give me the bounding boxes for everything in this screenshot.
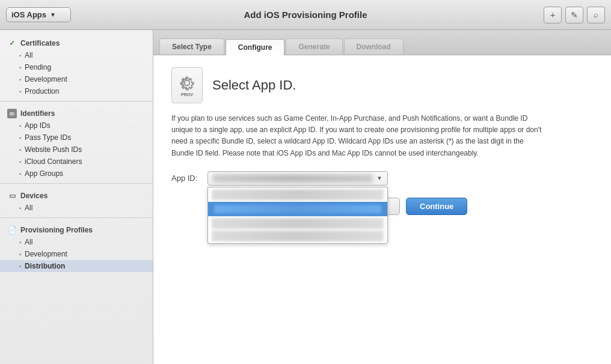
- dropdown-selected-value-blurred: [214, 205, 381, 213]
- app-id-dropdown-container: ▼: [207, 171, 388, 186]
- sidebar-item-certificates-all[interactable]: All: [0, 49, 153, 61]
- main-layout: ✓ Certificates All Pending Development P…: [0, 30, 611, 364]
- dropdown-option-selected[interactable]: [208, 202, 387, 216]
- gear-icon: [179, 74, 195, 91]
- sidebar: ✓ Certificates All Pending Development P…: [0, 30, 153, 364]
- separator-1: [0, 101, 153, 102]
- device-icon: ▭: [7, 191, 17, 201]
- app-id-row: App ID: ▼: [171, 171, 593, 186]
- separator-3: [0, 217, 153, 218]
- app-id-label: App ID:: [171, 171, 201, 183]
- description-text: If you plan to use services such as Game…: [171, 113, 544, 159]
- sidebar-item-provisioning-distribution[interactable]: Distribution: [0, 260, 153, 272]
- document-icon: 📄: [7, 225, 17, 235]
- dropdown-option-blurred-2[interactable]: [212, 218, 384, 229]
- sidebar-section-identifiers: ID Identifiers: [0, 105, 153, 120]
- sidebar-item-icloud-containers[interactable]: iCloud Containers: [0, 156, 153, 168]
- sidebar-item-app-ids[interactable]: App IDs: [0, 120, 153, 132]
- title-bar: iOS Apps ▼ Add iOS Provisioning Profile …: [0, 0, 611, 30]
- ios-apps-label: iOS Apps: [11, 10, 46, 19]
- sidebar-item-devices-all[interactable]: All: [0, 202, 153, 214]
- sidebar-item-app-groups[interactable]: App Groups: [0, 168, 153, 180]
- prov-icon-label: PROV: [181, 93, 193, 97]
- tab-generate[interactable]: Generate: [286, 38, 342, 55]
- sidebar-section-devices: ▭ Devices: [0, 187, 153, 202]
- title-bar-controls: + ✎ ⌕: [544, 7, 605, 23]
- tab-configure[interactable]: Configure: [226, 39, 285, 55]
- sidebar-item-pass-type-ids[interactable]: Pass Type IDs: [0, 132, 153, 144]
- sidebar-item-certificates-development[interactable]: Development: [0, 73, 153, 85]
- content-body: PROV Select App ID. If you plan to use s…: [153, 55, 611, 364]
- checkmark-icon: ✓: [7, 38, 17, 48]
- tabs-bar: Select Type Configure Generate Download: [153, 30, 611, 55]
- prov-file-icon: PROV: [171, 67, 203, 103]
- app-id-value-blurred: [213, 174, 373, 183]
- sidebar-item-certificates-production[interactable]: Production: [0, 85, 153, 97]
- tab-download[interactable]: Download: [344, 38, 404, 55]
- ios-apps-dropdown[interactable]: iOS Apps ▼: [6, 7, 71, 22]
- sidebar-item-provisioning-all[interactable]: All: [0, 236, 153, 248]
- content-area: Select Type Configure Generate Download: [153, 30, 611, 364]
- app-id-dropdown-menu: [207, 187, 388, 244]
- page-title: Select App ID.: [212, 77, 296, 93]
- sidebar-section-provisioning-label: Provisioning Profiles: [20, 226, 93, 234]
- dropdown-arrow-icon: ▼: [376, 175, 382, 181]
- separator-2: [0, 183, 153, 184]
- sidebar-item-certificates-pending[interactable]: Pending: [0, 61, 153, 73]
- continue-button[interactable]: Continue: [406, 198, 467, 215]
- tab-select-type[interactable]: Select Type: [159, 38, 224, 55]
- sidebar-section-certificates: ✓ Certificates: [0, 35, 153, 49]
- search-button[interactable]: ⌕: [587, 7, 605, 23]
- id-icon: ID: [7, 109, 17, 118]
- app-id-select[interactable]: ▼: [207, 171, 388, 186]
- add-button[interactable]: +: [544, 7, 562, 23]
- page-header: PROV Select App ID.: [171, 67, 593, 103]
- edit-button[interactable]: ✎: [565, 7, 583, 23]
- sidebar-section-identifiers-label: Identifiers: [20, 109, 55, 118]
- dropdown-option-blurred-1[interactable]: [212, 189, 384, 200]
- dropdown-chevron-icon: ▼: [50, 11, 56, 18]
- window-title: Add iOS Provisioning Profile: [244, 10, 367, 20]
- dropdown-option-blurred-3[interactable]: [212, 231, 384, 241]
- sidebar-section-certificates-label: Certificates: [20, 39, 60, 47]
- sidebar-section-provisioning: 📄 Provisioning Profiles: [0, 222, 153, 236]
- sidebar-item-website-push-ids[interactable]: Website Push IDs: [0, 144, 153, 156]
- sidebar-section-devices-label: Devices: [20, 192, 48, 200]
- sidebar-item-provisioning-development[interactable]: Development: [0, 248, 153, 260]
